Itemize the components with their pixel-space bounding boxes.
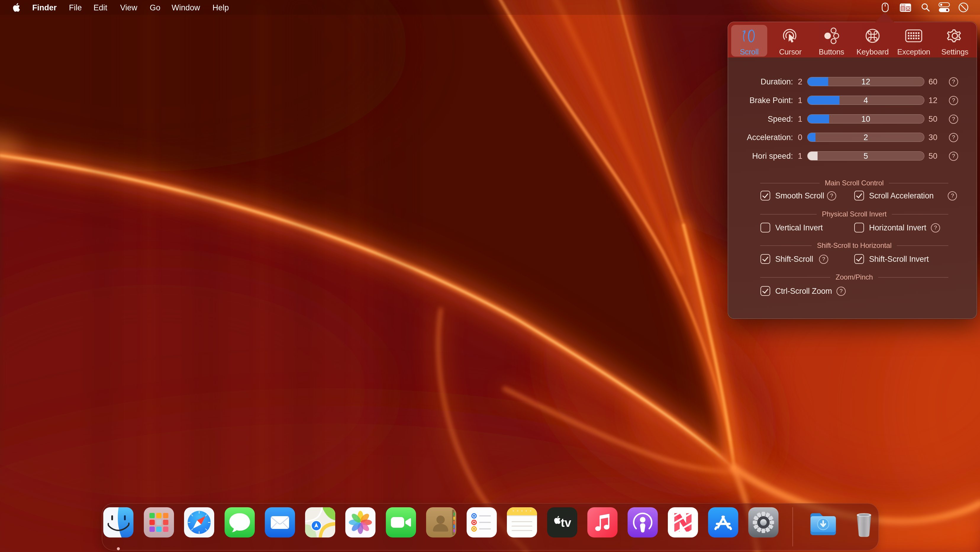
svg-text:⌘: ⌘	[906, 6, 910, 11]
svg-text:tv: tv	[561, 516, 571, 529]
